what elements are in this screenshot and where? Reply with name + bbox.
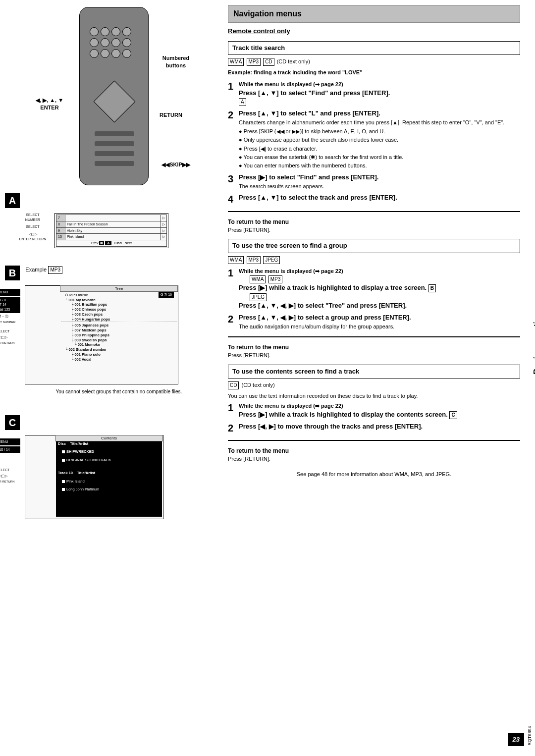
s1-step1: Press [▲, ▼] to select "Find" and press … <box>239 89 520 98</box>
page-number: 23 <box>508 733 524 746</box>
s2-step1b: Press [▲, ▼, ◀, ▶] to select "Tree" and … <box>239 301 520 310</box>
label-skip: ◀◀SKIP▶▶ <box>154 161 198 168</box>
label-arrows-enter: ◀, ▶, ▲, ▼ ENTER <box>25 97 74 112</box>
s1-step2: Press [▲, ▼] to select "L" and press [EN… <box>239 109 520 118</box>
label-return: RETURN <box>154 111 188 119</box>
contents-screen-header: To use the contents screen to find a tra… <box>228 365 520 378</box>
tree-screen-header: To use the tree screen to find a group <box>228 239 520 253</box>
screen-b: MENU G 8T 14Total 123 ⓵ – ⓪ SELECT NUMBE… <box>25 285 178 384</box>
s3-step2: Press [◀, ▶] to move through the tracks … <box>239 422 520 431</box>
screen-b-note: You cannot select groups that contain no… <box>25 388 213 395</box>
s2-return-t: Press [RETURN]. <box>228 352 520 359</box>
label-numbered-buttons: Numbered buttons <box>154 54 198 70</box>
s1-example: Example: finding a track including the w… <box>228 69 520 76</box>
footnote: See page 48 for more information about W… <box>228 471 520 478</box>
s3-tags: CD (CD text only) <box>228 381 520 389</box>
section-letter-b: B <box>5 266 20 280</box>
track-title-search-header: Track title search <box>228 41 520 55</box>
s1-tags: WMA MP3 CD (CD text only) <box>228 58 520 66</box>
example-label: Example <box>25 267 47 272</box>
doc-code: RQT6894 <box>527 726 533 746</box>
section-letter-a: A <box>5 193 20 208</box>
remote-diagram: Numbered buttons ◀, ▶, ▲, ▼ ENTER RETURN… <box>5 5 213 188</box>
s1-step3: Press [▶] to select "Find" and press [EN… <box>239 173 520 182</box>
s1-return-t: Press [RETURN]. <box>228 226 520 234</box>
screen-a: SELECT NUMBER SELECT ◁▢▷ ENTER RETURN 7▷… <box>54 213 168 248</box>
s2-step2: Press [▲, ▼, ◀, ▶] to select a group and… <box>239 313 520 322</box>
section-letter-c: C <box>5 415 20 430</box>
s1-step4: Press [▲, ▼] to select the track and pre… <box>239 193 520 202</box>
screen-c: MENU T 10 / 14 SELECT ◁▢▷ ENTER RETURN C… <box>25 435 163 519</box>
section-tab: Basic operations <box>531 307 535 375</box>
s2-step1a: Press [▶] while a track is highlighted t… <box>239 283 520 292</box>
left-column: Numbered buttons ◀, ▶, ▲, ▼ ENTER RETURN… <box>5 5 223 751</box>
nav-menus-title: Navigation menus <box>228 5 520 23</box>
s1-return-h: To return to the menu <box>228 218 520 226</box>
remote-only: Remote control only <box>228 27 520 36</box>
ref-a: A <box>239 98 246 106</box>
right-column: Navigation menus Remote control only Tra… <box>223 5 520 751</box>
s3-step1: Press [▶] while a track is highlighted t… <box>239 410 520 419</box>
s3-return-h: To return to the menu <box>228 447 520 455</box>
s3-intro: You can use the text information recorde… <box>228 392 520 400</box>
mp3-tag: MP3 <box>48 266 62 274</box>
s2-tags: WMA MP3 JPEG <box>228 256 520 264</box>
s3-return-t: Press [RETURN]. <box>228 455 520 463</box>
s2-return-h: To return to the menu <box>228 343 520 352</box>
